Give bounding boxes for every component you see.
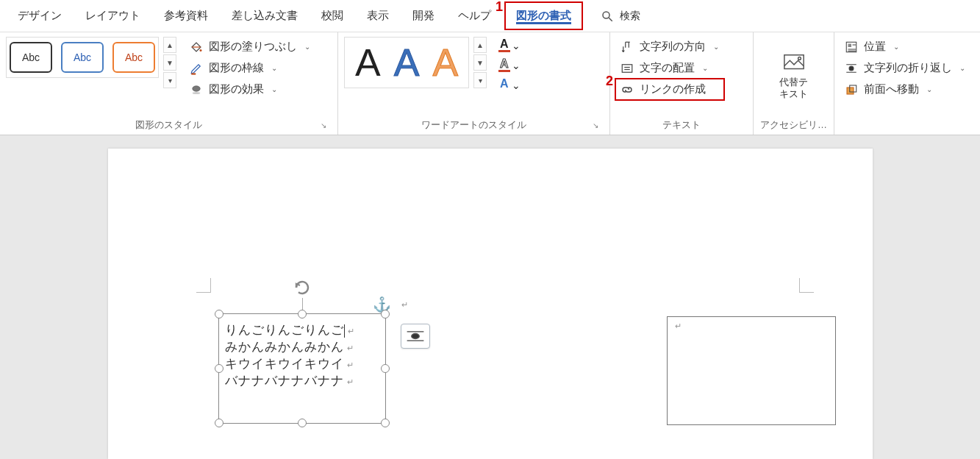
tab-mailings[interactable]: 差し込み文書 xyxy=(221,3,308,29)
shape-effects-button[interactable]: 図形の効果 ⌄ xyxy=(185,79,315,99)
tab-design[interactable]: デザイン xyxy=(7,3,72,29)
shape-gallery-more-button[interactable]: ▾ xyxy=(163,72,176,88)
wordart-gallery-down-button[interactable]: ▼ xyxy=(473,54,487,71)
text-fill-icon: A xyxy=(498,38,510,52)
text-direction-icon xyxy=(620,40,634,54)
text-outline-icon: A xyxy=(498,58,510,72)
shape-style-thumb-2[interactable]: Abc xyxy=(61,42,104,73)
shape-outline-label: 図形の枠線 xyxy=(209,61,264,75)
svg-line-1 xyxy=(609,18,612,21)
wordart-thumb-1[interactable]: A xyxy=(355,43,381,82)
tab-help[interactable]: ヘルプ xyxy=(448,3,501,29)
create-link-label: リンクの作成 xyxy=(640,82,706,96)
paragraph-mark: ↵ xyxy=(401,300,408,310)
paint-bucket-icon xyxy=(190,40,203,54)
text-effects-icon: A xyxy=(498,78,510,92)
shape-outline-button[interactable]: 図形の枠線 ⌄ xyxy=(185,58,315,78)
text-direction-label: 文字列の方向 xyxy=(640,40,706,54)
layout-options-button[interactable] xyxy=(401,324,430,349)
callout-1: 1 xyxy=(496,0,503,15)
tab-layout[interactable]: レイアウト xyxy=(75,3,151,29)
tab-shape-format[interactable]: 図形の書式 xyxy=(504,1,583,30)
paragraph-mark: ↵ xyxy=(675,321,682,331)
wordart-thumb-2[interactable]: A xyxy=(394,43,420,82)
tab-developer[interactable]: 開発 xyxy=(402,3,445,29)
svg-point-0 xyxy=(603,12,609,18)
svg-point-3 xyxy=(193,85,201,91)
wordart-thumb-3[interactable]: A xyxy=(432,43,458,82)
tab-view[interactable]: 表示 xyxy=(357,3,399,29)
position-label: 位置 xyxy=(864,40,886,54)
search-icon[interactable] xyxy=(601,10,614,23)
svg-rect-17 xyxy=(847,88,854,94)
textbox-2[interactable]: ↵ xyxy=(667,316,836,425)
svg-rect-11 xyxy=(848,43,852,47)
shape-style-thumb-1[interactable]: Abc xyxy=(10,42,52,73)
chevron-down-icon: ⌄ xyxy=(512,60,521,71)
group-label-text: テキスト xyxy=(616,115,747,132)
textbox-line-2: みかんみかんみかん xyxy=(225,340,344,354)
link-icon xyxy=(620,83,634,96)
wordart-gallery-up-button[interactable]: ▲ xyxy=(473,37,487,53)
resize-handle-tl[interactable] xyxy=(215,310,223,319)
text-outline-button[interactable]: A ⌄ xyxy=(496,57,523,74)
chevron-down-icon: ⌄ xyxy=(893,43,899,51)
ribbon-content: Abc Abc Abc ▲ ▼ ▾ 図形の塗りつぶし ⌄ xyxy=(0,32,980,135)
resize-handle-mr[interactable] xyxy=(381,364,390,373)
text-effects-button[interactable]: A ⌄ xyxy=(496,76,523,93)
chevron-down-icon: ⌄ xyxy=(271,85,277,93)
page[interactable]: ⚓ ↵ りんごりんごりんご↵ みかんみかんみかん↵ キウイキウイキウイ↵ バナナ… xyxy=(108,149,873,459)
bring-front-label: 前面へ移動 xyxy=(864,82,919,96)
wordart-gallery-more-button[interactable]: ▾ xyxy=(473,72,487,88)
resize-handle-ml[interactable] xyxy=(215,364,223,373)
create-link-button[interactable]: リンクの作成 xyxy=(615,78,725,101)
position-button[interactable]: 位置 ⌄ xyxy=(840,37,970,57)
shape-style-thumb-3[interactable]: Abc xyxy=(112,42,155,73)
text-align-icon xyxy=(620,62,634,75)
search-label[interactable]: 検索 xyxy=(620,10,640,23)
group-label-accessibility: アクセシビリ… xyxy=(759,115,828,132)
shape-styles-dialog-launcher[interactable]: ↘ xyxy=(318,120,329,130)
wordart-gallery[interactable]: A A A xyxy=(344,37,469,88)
chevron-down-icon: ⌄ xyxy=(271,64,277,72)
callout-2: 2 xyxy=(606,74,613,89)
margin-corner-tl xyxy=(196,278,211,293)
shape-gallery-up-button[interactable]: ▲ xyxy=(163,37,176,53)
textbox-1[interactable]: りんごりんごりんご↵ みかんみかんみかん↵ キウイキウイキウイ↵ バナナバナナバ… xyxy=(218,313,386,424)
chevron-down-icon: ⌄ xyxy=(304,43,310,51)
text-direction-button[interactable]: 文字列の方向 ⌄ xyxy=(616,37,723,57)
alt-text-icon xyxy=(783,53,805,74)
position-icon xyxy=(845,40,858,54)
resize-handle-tr[interactable] xyxy=(381,310,390,319)
textbox-line-1: りんごりんごりんご xyxy=(225,323,344,337)
rotate-handle[interactable] xyxy=(292,277,312,298)
tab-references[interactable]: 参考資料 xyxy=(154,3,218,29)
resize-handle-bl[interactable] xyxy=(215,419,223,427)
resize-handle-br[interactable] xyxy=(381,419,390,427)
wrap-text-button[interactable]: 文字列の折り返し ⌄ xyxy=(840,58,970,78)
group-label-shape-styles: 図形のスタイル ↘ xyxy=(6,115,332,132)
svg-point-4 xyxy=(193,92,201,94)
shape-effects-label: 図形の効果 xyxy=(209,82,264,96)
shape-style-gallery[interactable]: Abc Abc Abc xyxy=(6,37,159,78)
shape-gallery-down-button[interactable]: ▼ xyxy=(163,54,176,71)
shape-fill-button[interactable]: 図形の塗りつぶし ⌄ xyxy=(185,37,315,57)
resize-handle-tm[interactable] xyxy=(298,310,307,319)
svg-point-2 xyxy=(200,49,202,51)
svg-rect-5 xyxy=(622,64,632,72)
layout-options-icon xyxy=(405,328,426,344)
resize-handle-bm[interactable] xyxy=(298,419,307,427)
chevron-down-icon: ⌄ xyxy=(713,43,719,51)
bring-front-icon xyxy=(845,83,858,96)
alt-text-button[interactable]: 代替テキスト xyxy=(772,37,815,115)
tab-review[interactable]: 校閲 xyxy=(311,3,354,29)
chevron-down-icon: ⌄ xyxy=(512,79,521,91)
ribbon-tabs: デザイン レイアウト 参考資料 差し込み文書 校閲 表示 開発 ヘルプ 1 図形… xyxy=(0,0,980,32)
wrap-text-label: 文字列の折り返し xyxy=(864,61,952,75)
text-align-button[interactable]: 文字の配置 ⌄ xyxy=(616,58,723,78)
textbox-line-4: バナナバナナバナナ xyxy=(225,374,344,388)
margin-corner-tr xyxy=(799,278,814,293)
wordart-dialog-launcher[interactable]: ↘ xyxy=(590,120,601,130)
text-fill-button[interactable]: A ⌄ xyxy=(496,37,523,54)
bring-front-button[interactable]: 前面へ移動 ⌄ xyxy=(840,79,970,99)
